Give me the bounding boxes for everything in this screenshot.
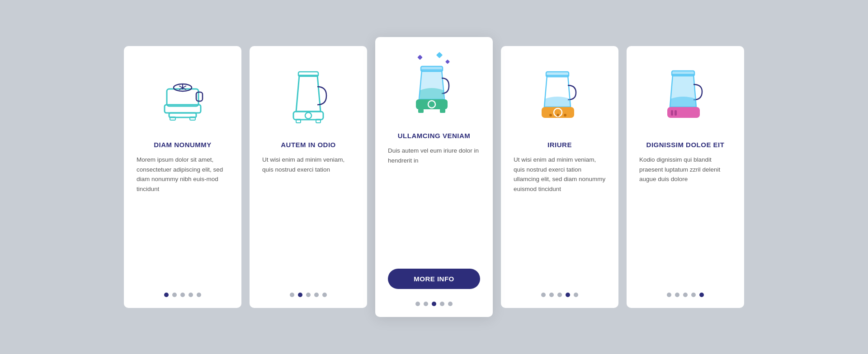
- card-ullamcing-veniam: ULLAMCING VENIAM Duis autem vel eum iriu…: [375, 37, 493, 317]
- dot-0[interactable]: [164, 293, 169, 297]
- dot-1[interactable]: [172, 293, 177, 297]
- card-title: DIGNISSIM DOLOE EIT: [646, 141, 725, 149]
- card-body: Duis autem vel eum iriure dolor in hendr…: [388, 146, 480, 261]
- dot-0[interactable]: [541, 293, 546, 297]
- svg-rect-29: [672, 71, 694, 76]
- pagination-dots: [415, 302, 453, 306]
- card-body: Ut wisi enim ad minim veniam, quis nostr…: [514, 155, 606, 284]
- dot-1[interactable]: [549, 293, 554, 297]
- card-title: ULLAMCING VENIAM: [398, 132, 471, 140]
- card-icon-blender-active: [402, 51, 466, 123]
- cards-container: DIAM NONUMMY Morem ipsum dolor sit amet,…: [110, 19, 758, 335]
- card-icon-juicer: [151, 60, 214, 132]
- svg-rect-21: [418, 109, 424, 113]
- dot-0[interactable]: [667, 293, 671, 297]
- dot-1[interactable]: [424, 302, 428, 306]
- card-autem-in-odio: AUTEM IN ODIO Ut wisi enim ad minim veni…: [250, 46, 367, 308]
- card-title: DIAM NONUMMY: [154, 141, 212, 149]
- svg-rect-23: [546, 72, 569, 77]
- dot-3[interactable]: [566, 293, 570, 297]
- pagination-dots: [290, 293, 327, 297]
- dot-2[interactable]: [180, 293, 185, 297]
- svg-point-26: [549, 114, 552, 116]
- dot-3[interactable]: [189, 293, 193, 297]
- dot-2[interactable]: [683, 293, 688, 297]
- card-icon-blender-pink: [654, 60, 717, 132]
- svg-rect-15: [417, 55, 422, 60]
- card-body: Ut wisi enim ad minim veniam, quis nostr…: [262, 155, 354, 284]
- svg-rect-18: [421, 66, 443, 71]
- dot-3[interactable]: [691, 293, 696, 297]
- dot-1[interactable]: [298, 293, 302, 297]
- card-icon-blender-orange: [528, 60, 591, 132]
- dot-4[interactable]: [448, 302, 453, 306]
- dot-3[interactable]: [314, 293, 319, 297]
- card-iriure: IRIURE Ut wisi enim ad minim veniam, qui…: [501, 46, 618, 308]
- card-title: AUTEM IN ODIO: [281, 141, 336, 149]
- dot-2[interactable]: [557, 293, 562, 297]
- dot-4[interactable]: [322, 293, 327, 297]
- card-icon-blender-tall: [277, 60, 340, 132]
- svg-point-28: [564, 114, 566, 116]
- svg-rect-22: [440, 109, 445, 113]
- svg-rect-7: [196, 92, 203, 101]
- dot-1[interactable]: [675, 293, 679, 297]
- dot-4[interactable]: [574, 293, 578, 297]
- svg-rect-17: [445, 59, 450, 64]
- card-title: IRIURE: [547, 141, 572, 149]
- card-diam-nonummy: DIAM NONUMMY Morem ipsum dolor sit amet,…: [124, 46, 241, 308]
- dot-0[interactable]: [290, 293, 294, 297]
- svg-rect-32: [675, 110, 677, 116]
- card-body: Kodio dignissim qui blandit praesent lup…: [639, 155, 731, 284]
- dot-3[interactable]: [440, 302, 444, 306]
- card-dignissim-doloe-eit: DIGNISSIM DOLOE EIT Kodio dignissim qui …: [627, 46, 744, 308]
- svg-rect-31: [671, 110, 673, 116]
- dot-0[interactable]: [415, 302, 420, 306]
- svg-point-12: [305, 112, 311, 119]
- more-info-button[interactable]: MORE INFO: [388, 269, 480, 289]
- dot-4[interactable]: [197, 293, 201, 297]
- card-body: Morem ipsum dolor sit amet, consectetuer…: [137, 155, 229, 284]
- dot-2[interactable]: [432, 302, 436, 306]
- svg-point-27: [557, 114, 559, 116]
- svg-rect-16: [436, 51, 443, 58]
- dot-4[interactable]: [699, 293, 704, 297]
- pagination-dots: [164, 293, 201, 297]
- pagination-dots: [667, 293, 704, 297]
- pagination-dots: [541, 293, 578, 297]
- dot-2[interactable]: [306, 293, 311, 297]
